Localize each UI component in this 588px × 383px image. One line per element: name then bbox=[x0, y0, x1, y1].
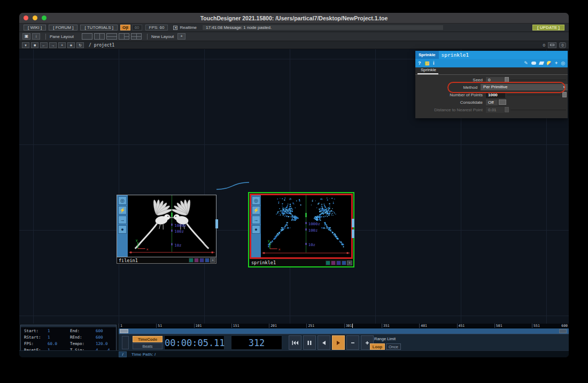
output-connector-2[interactable] bbox=[352, 229, 354, 238]
oi-toggle[interactable]: O|I bbox=[120, 25, 130, 30]
once-button[interactable]: Once bbox=[386, 343, 401, 350]
info-value[interactable]: 60.0 bbox=[48, 341, 57, 346]
info-value[interactable]: 600 bbox=[96, 335, 103, 340]
forward-icon[interactable]: → bbox=[49, 42, 57, 48]
stop-icon[interactable]: ■ bbox=[31, 42, 38, 48]
lightning-icon[interactable]: ⚡ bbox=[252, 206, 260, 215]
target-icon[interactable]: ◎ bbox=[561, 60, 565, 66]
consolidate-value[interactable]: Off bbox=[486, 99, 498, 105]
pane-icon[interactable]: ▣ bbox=[22, 33, 30, 40]
sprinkle1-viewer[interactable]: 1000z 100z 10z y x bbox=[261, 195, 351, 257]
info-value[interactable]: 1 bbox=[48, 335, 50, 340]
pause-button[interactable] bbox=[303, 335, 316, 350]
node-filein1[interactable]: ◎ ⚡ → ● bbox=[117, 195, 216, 264]
scale-label-100z: 100z bbox=[174, 229, 184, 234]
play-backward-button[interactable] bbox=[318, 335, 330, 350]
range-end-handle[interactable] bbox=[559, 329, 567, 333]
back-icon[interactable]: ← bbox=[40, 42, 48, 48]
family-chop-swatch[interactable] bbox=[326, 261, 330, 265]
layout-preset-three[interactable] bbox=[119, 33, 129, 40]
distance-slider-handle[interactable] bbox=[505, 107, 509, 112]
info-icon[interactable]: i bbox=[433, 60, 435, 66]
output-connector[interactable] bbox=[352, 219, 354, 227]
pane-type-dropdown-icon[interactable]: ▾ bbox=[22, 42, 29, 48]
play-forward-button[interactable] bbox=[332, 335, 345, 350]
package-icon[interactable]: ▨ bbox=[425, 60, 430, 66]
family-dat-swatch[interactable] bbox=[342, 261, 346, 265]
node-sprinkle1[interactable]: ◎ ⚡ → ● 1000z 100z bbox=[248, 192, 354, 267]
info-value[interactable]: 1 bbox=[48, 328, 50, 333]
node-name[interactable]: sprinkle1 bbox=[250, 260, 326, 265]
info-value[interactable]: 120.0 bbox=[96, 341, 108, 346]
family-top-swatch[interactable] bbox=[194, 258, 199, 263]
arrow-icon[interactable]: → bbox=[252, 216, 260, 224]
range-start-handle[interactable] bbox=[120, 329, 128, 333]
skip-to-start-button[interactable] bbox=[289, 335, 301, 350]
filein1-viewer[interactable]: 1000z 100z 10z y x bbox=[128, 195, 216, 257]
help-icon[interactable]: ? bbox=[418, 60, 421, 66]
network-editor[interactable]: ◎ ⚡ → ● bbox=[19, 49, 569, 324]
beats-button[interactable]: Beats bbox=[133, 343, 163, 349]
comment-icon[interactable] bbox=[531, 62, 536, 65]
param-row-consolidate: Consolidate Off bbox=[415, 98, 568, 106]
seed-field[interactable]: 0 bbox=[486, 77, 504, 83]
forum-button[interactable]: [ FORUM ] bbox=[49, 25, 78, 30]
bomb-icon[interactable]: ● bbox=[252, 225, 260, 234]
eraser-icon[interactable] bbox=[539, 62, 544, 65]
screen-icon[interactable] bbox=[548, 42, 556, 48]
layout-preset-vsplit[interactable] bbox=[94, 33, 105, 40]
node-name-field[interactable]: sprinkle1 bbox=[439, 51, 568, 59]
plus-icon[interactable]: + bbox=[555, 60, 558, 66]
timeline-ruler[interactable]: 151101151201251301351401451501551600 bbox=[119, 324, 569, 328]
bomb-icon[interactable]: ● bbox=[118, 225, 127, 234]
svg-text:y: y bbox=[136, 239, 138, 243]
consolidate-toggle[interactable] bbox=[499, 99, 506, 105]
points-slider-handle[interactable] bbox=[562, 92, 567, 97]
timecode-button[interactable]: TimeCode bbox=[133, 336, 163, 342]
timeline-range-band[interactable] bbox=[119, 328, 569, 334]
family-dat-swatch[interactable] bbox=[205, 258, 210, 263]
star-icon[interactable]: ★ bbox=[67, 42, 75, 48]
arrow-icon[interactable]: → bbox=[118, 216, 127, 224]
layout-preset-quad[interactable] bbox=[131, 33, 142, 40]
wiki-button[interactable]: [ WIKI ] bbox=[24, 25, 46, 30]
layout-preset-hsplit[interactable] bbox=[106, 33, 117, 40]
playhead[interactable] bbox=[352, 324, 353, 328]
family-chop-swatch[interactable] bbox=[189, 258, 194, 263]
seed-slider-handle[interactable] bbox=[505, 77, 509, 82]
viewer-icon[interactable]: ◎ bbox=[252, 196, 260, 205]
add-layout-button[interactable]: + bbox=[177, 33, 185, 40]
realtime-toggle[interactable]: ✕ Realtime bbox=[173, 25, 197, 30]
tab-sprinkle[interactable]: Sprinkle bbox=[417, 67, 438, 74]
add-bookmark-icon[interactable]: + bbox=[58, 42, 66, 48]
right-counter[interactable]: 0 bbox=[559, 42, 566, 48]
step-back-button[interactable] bbox=[346, 335, 359, 350]
family-sop-swatch[interactable] bbox=[336, 261, 341, 265]
timeline-drag-handle[interactable] bbox=[122, 336, 129, 349]
tutorials-button[interactable]: [ TUTORIALS ] bbox=[80, 25, 118, 30]
add-flag-button[interactable]: + bbox=[210, 258, 215, 263]
layout-preset-single[interactable] bbox=[82, 33, 92, 40]
method-dropdown[interactable]: Per Primitive ▾ bbox=[481, 84, 568, 90]
output-connector[interactable] bbox=[215, 219, 218, 228]
refresh-icon[interactable]: ↻ bbox=[76, 42, 84, 48]
loop-button[interactable]: Loop bbox=[370, 343, 385, 350]
number-of-points-field[interactable]: 1000 bbox=[486, 92, 505, 98]
realtime-checkbox-icon[interactable]: ✕ bbox=[173, 26, 177, 30]
info-value[interactable]: 600 bbox=[96, 328, 103, 333]
family-top-swatch[interactable] bbox=[331, 261, 336, 265]
update-button[interactable]: [ UPDATE ] bbox=[532, 25, 564, 30]
distance-field[interactable]: 0.01 bbox=[486, 107, 504, 113]
add-flag-button[interactable]: + bbox=[347, 261, 352, 265]
param-label: Number of Points bbox=[415, 93, 486, 97]
python-icon[interactable] bbox=[547, 61, 552, 66]
node-name[interactable]: filein1 bbox=[117, 258, 189, 263]
pencil-icon[interactable]: ✎ bbox=[524, 60, 528, 66]
slash-icon[interactable]: / bbox=[119, 351, 127, 357]
network-path[interactable]: / project1 bbox=[89, 43, 114, 48]
lightning-icon[interactable]: ⚡ bbox=[118, 206, 127, 215]
viewer-icon[interactable]: ◎ bbox=[118, 196, 127, 205]
dock-icon[interactable]: ↓ bbox=[32, 33, 40, 40]
family-sop-swatch[interactable] bbox=[199, 258, 204, 263]
fps-field[interactable]: FPS: 60 bbox=[145, 25, 168, 30]
